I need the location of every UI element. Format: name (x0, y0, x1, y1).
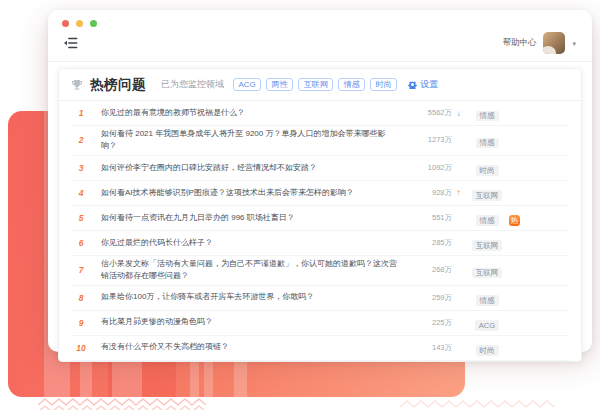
category-tag-cell: 互联网 (465, 184, 509, 202)
table-row[interactable]: 8 如果给你100万，让你骑车或者开房车去环游世界，你敢吗？ 259万 情感 (71, 286, 569, 311)
trend-icon: ↑ (452, 188, 465, 197)
window-titlebar (48, 10, 592, 29)
chevron-down-icon[interactable]: ▾ (572, 40, 576, 47)
table-row[interactable]: 1 你见过的最有意境的教师节祝福是什么？ 5562万 ↓ 情感 (71, 101, 569, 126)
category-tag: 情感 (476, 215, 499, 226)
menu-fold-icon[interactable] (64, 37, 78, 49)
table-row[interactable]: 11 我20岁我觉得自己很不漂亮怎么办？ 140万 情感 (71, 361, 569, 362)
table-row[interactable]: 3 如何评价李宁在圈内的口碑比安踏好，经营情况却不如安踏？ 1092万 时尚 (71, 156, 569, 181)
gear-icon (408, 80, 417, 89)
rank-number: 9 (71, 318, 91, 328)
close-window-button[interactable] (62, 20, 69, 27)
table-row[interactable]: 4 如何看AI技术将能够识别P图痕迹？这项技术出来后会带来怎样的影响？ 928万… (71, 181, 569, 206)
app-header-right: 帮助中心 ▾ (502, 32, 576, 54)
zigzag-pattern (38, 396, 218, 410)
category-tag: 互联网 (472, 240, 503, 251)
view-count: 928万 (406, 188, 452, 198)
category-tag-cell: 时尚 (465, 159, 509, 177)
hot-badge-cell (509, 289, 525, 307)
category-tag: 时尚 (476, 165, 499, 176)
category-tag: 互联网 (472, 190, 503, 201)
monitor-label: 已为您监控领域 (161, 78, 224, 91)
help-center-link[interactable]: 帮助中心 (502, 37, 536, 49)
hot-list-panel: 热榜问题 已为您监控领域 ACG两性互联网情感时尚 设置 1 你见过的最有意境的… (58, 68, 582, 362)
trophy-icon (71, 79, 83, 91)
question-text: 如何看AI技术将能够识别P图痕迹？这项技术出来后会带来怎样的影响？ (101, 187, 406, 199)
settings-label: 设置 (420, 78, 438, 91)
view-count: 551万 (406, 213, 452, 223)
question-text: 有没有什么平价又不失高档的项链？ (101, 341, 406, 353)
table-row[interactable]: 7 信小呆发文称「活动有大量问题，为自己不严谨道歉」，你认可她的道歉吗？这次营销… (71, 256, 569, 286)
question-text: 你见过最烂的代码长什么样子？ (101, 237, 406, 249)
table-row[interactable]: 2 如何看待 2021 年我国单身成年人将升至 9200 万？单身人口的增加会带… (71, 126, 569, 156)
category-tag-cell: 互联网 (465, 261, 509, 279)
trend-icon: ↓ (452, 109, 465, 118)
minimize-window-button[interactable] (76, 20, 83, 27)
app-window: 帮助中心 ▾ 热榜问题 已为您监控领域 ACG两性互联网情感时尚 设置 1 你见… (48, 10, 592, 352)
question-text: 你见过的最有意境的教师节祝福是什么？ (101, 107, 406, 119)
category-tag: 时尚 (476, 345, 499, 356)
domain-tag[interactable]: ACG (233, 78, 261, 91)
rank-number: 10 (71, 343, 91, 353)
hot-badge-cell: 热 (509, 209, 525, 227)
category-tag-cell: 时尚 (465, 339, 509, 357)
maximize-window-button[interactable] (90, 20, 97, 27)
category-tag-cell: 情感 (465, 209, 509, 227)
view-count: 225万 (406, 318, 452, 328)
domain-tags: ACG两性互联网情感时尚 (233, 78, 397, 91)
rank-number: 2 (71, 135, 91, 145)
panel-title: 热榜问题 (90, 76, 146, 94)
question-text: 如果给你100万，让你骑车或者开房车去环游世界，你敢吗？ (101, 291, 406, 303)
question-text: 信小呆发文称「活动有大量问题，为自己不严谨道歉」，你认可她的道歉吗？这次营销活动… (101, 258, 406, 283)
category-tag-cell: 情感 (465, 131, 509, 149)
table-row[interactable]: 6 你见过最烂的代码长什么样子？ 285万 互联网 (71, 231, 569, 256)
user-avatar[interactable] (543, 32, 565, 54)
table-row[interactable]: 10 有没有什么平价又不失高档的项链？ 143万 时尚 (71, 336, 569, 361)
hot-table: 1 你见过的最有意境的教师节祝福是什么？ 5562万 ↓ 情感 2 如何看待 2… (59, 101, 581, 362)
hot-badge: 热 (509, 215, 520, 226)
hot-badge-cell (509, 339, 525, 357)
view-count: 1092万 (406, 163, 452, 173)
question-text: 如何评价李宁在圈内的口碑比安踏好，经营情况却不如安踏？ (101, 162, 406, 174)
question-text: 有比菜月昴更惨的动漫角色吗？ (101, 316, 406, 328)
domain-tag[interactable]: 两性 (266, 78, 293, 91)
category-tag-cell: 情感 (465, 104, 509, 122)
zigzag-pattern (400, 398, 560, 410)
view-count: 285万 (406, 238, 452, 248)
domain-tag[interactable]: 时尚 (370, 78, 397, 91)
question-text: 如何看待一点资讯在九月九日举办的 996 职场社畜日？ (101, 212, 406, 224)
rank-number: 5 (71, 213, 91, 223)
domain-tag[interactable]: 互联网 (298, 78, 333, 91)
app-header-bar: 帮助中心 ▾ (48, 29, 592, 62)
rank-number: 8 (71, 293, 91, 303)
rank-number: 4 (71, 188, 91, 198)
table-row[interactable]: 5 如何看待一点资讯在九月九日举办的 996 职场社畜日？ 551万 情感 热 (71, 206, 569, 231)
hot-badge-cell (509, 314, 525, 332)
category-tag: 情感 (476, 138, 499, 149)
category-tag: ACG (475, 320, 499, 331)
panel-header: 热榜问题 已为您监控领域 ACG两性互联网情感时尚 设置 (59, 69, 581, 101)
settings-button[interactable]: 设置 (408, 78, 438, 91)
view-count: 5562万 (406, 108, 452, 118)
hot-badge-cell (509, 104, 525, 122)
rank-number: 1 (71, 108, 91, 118)
domain-tag[interactable]: 情感 (338, 78, 365, 91)
view-count: 143万 (406, 343, 452, 353)
category-tag-cell: ACG (465, 314, 509, 332)
rank-number: 6 (71, 238, 91, 248)
table-row[interactable]: 9 有比菜月昴更惨的动漫角色吗？ 225万 ACG (71, 311, 569, 336)
hot-badge-cell (509, 234, 525, 252)
hot-badge-cell (509, 184, 525, 202)
view-count: 259万 (406, 293, 452, 303)
category-tag-cell: 互联网 (465, 234, 509, 252)
category-tag: 互联网 (472, 268, 503, 279)
category-tag: 情感 (476, 111, 499, 122)
view-count: 268万 (406, 265, 452, 275)
category-tag: 情感 (476, 295, 499, 306)
view-count: 1273万 (406, 135, 452, 145)
category-tag-cell: 情感 (465, 289, 509, 307)
hot-badge-cell (509, 131, 525, 149)
rank-number: 7 (71, 265, 91, 275)
hot-badge-cell (509, 159, 525, 177)
rank-number: 3 (71, 163, 91, 173)
